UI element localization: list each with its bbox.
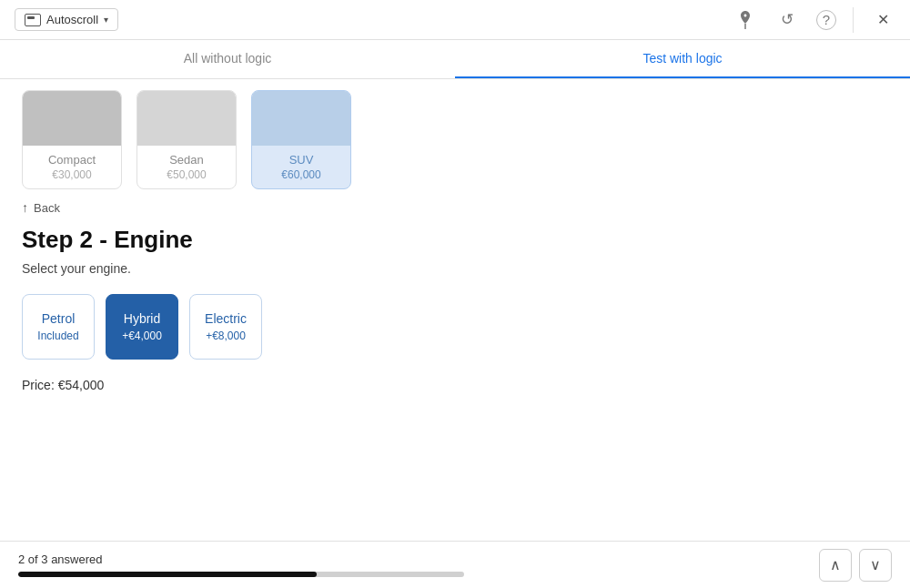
main-content: Compact €30,000 Sedan €50,000 SUV €60,00… [0,79,910,541]
engine-electric-price: +€8,000 [206,329,246,342]
car-card-suv-price: €60,000 [259,168,343,181]
price-display: Price: €54,000 [22,378,888,392]
engine-options: Petrol Included Hybrid +€4,000 Electric … [22,294,888,360]
car-card-sedan-image [137,91,236,146]
engine-petrol-name: Petrol [42,311,76,326]
car-card-sedan-price: €50,000 [145,168,228,181]
nav-buttons: ∧ ∨ [819,549,892,582]
nav-down-icon: ∨ [870,556,881,573]
refresh-icon[interactable]: ↺ [774,7,800,33]
toolbar-divider [853,7,854,33]
autoscroll-button[interactable]: Autoscroll ▾ [15,8,118,31]
progress-section: 2 of 3 answered [18,553,819,577]
car-card-suv-image [252,91,350,146]
car-cards-row: Compact €30,000 Sedan €50,000 SUV €60,00… [0,79,910,200]
engine-hybrid-price: +€4,000 [122,329,162,342]
autoscroll-icon [25,14,41,26]
toolbar: Autoscroll ▾ ↺ ? ✕ [0,0,910,40]
nav-up-button[interactable]: ∧ [819,549,852,582]
tabs-bar: All without logic Test with logic [0,40,910,79]
car-card-sedan-name: Sedan [145,153,228,167]
car-card-compact-price: €30,000 [30,168,114,181]
engine-hybrid-name: Hybrid [124,311,160,326]
progress-label: 2 of 3 answered [18,553,819,566]
back-label: Back [34,201,60,215]
engine-option-petrol[interactable]: Petrol Included [22,294,95,360]
car-card-sedan[interactable]: Sedan €50,000 [136,90,237,189]
progress-bar-fill [18,572,317,577]
car-card-compact-image [23,91,121,146]
engine-petrol-price: Included [37,329,78,342]
autoscroll-label: Autoscroll [46,13,98,26]
close-icon[interactable]: ✕ [870,7,895,33]
car-card-suv[interactable]: SUV €60,000 [251,90,351,189]
tab-test-with-logic[interactable]: Test with logic [455,40,910,78]
car-card-compact-name: Compact [30,153,114,167]
engine-electric-name: Electric [205,311,247,326]
step-subtitle: Select your engine. [22,261,888,276]
car-card-suv-name: SUV [259,153,343,167]
toolbar-right: ↺ ? ✕ [733,7,895,33]
engine-option-electric[interactable]: Electric +€8,000 [189,294,262,360]
help-icon[interactable]: ? [816,10,836,30]
engine-option-hybrid[interactable]: Hybrid +€4,000 [106,294,178,360]
nav-down-button[interactable]: ∨ [859,549,892,582]
chevron-down-icon: ▾ [104,15,108,25]
car-card-compact[interactable]: Compact €30,000 [22,90,122,189]
toolbar-left: Autoscroll ▾ [15,8,118,31]
step-title: Step 2 - Engine [22,226,888,254]
nav-up-icon: ∧ [830,556,841,573]
step-section: ↑ Back Step 2 - Engine Select your engin… [0,200,910,414]
tab-all-without-logic[interactable]: All without logic [0,40,455,78]
back-arrow-icon: ↑ [22,200,28,215]
back-button[interactable]: ↑ Back [22,200,60,215]
progress-bar-background [18,572,464,577]
pin-icon[interactable] [733,7,758,33]
bottom-bar: 2 of 3 answered ∧ ∨ [0,541,910,588]
